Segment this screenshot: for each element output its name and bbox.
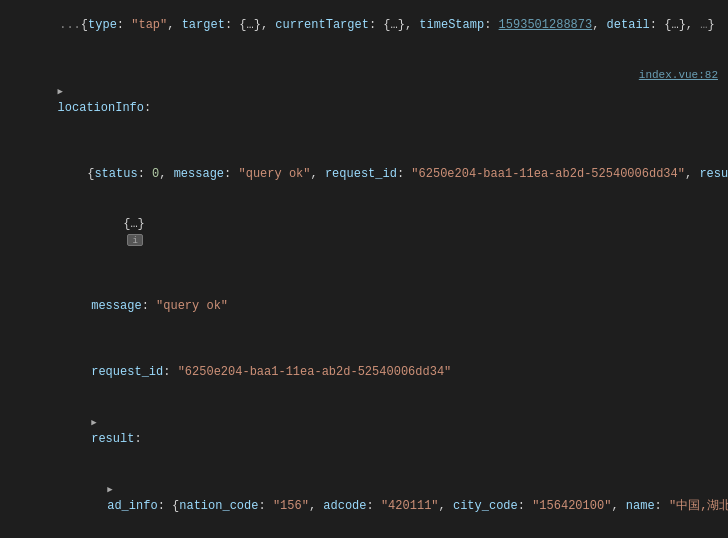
toggle-adinfo[interactable] [107, 481, 119, 498]
line-2: locationInfo: index.vue:82 [0, 50, 728, 149]
line-5: message: "query ok" [0, 265, 728, 331]
line-6: request_id: "6250e204-baa1-11ea-ab2d-525… [0, 331, 728, 397]
line-9: address: "湖北省武汉市洪山区书城路" [0, 531, 728, 538]
line1-content: ...{type: "tap", target: {…}, currentTar… [43, 18, 714, 32]
info-icon: i [127, 234, 143, 246]
line-1: ...{type: "tap", target: {…}, currentTar… [0, 0, 728, 50]
line-4: {…} i [0, 199, 728, 265]
file-ref-2: index.vue:82 [639, 67, 722, 83]
line-8: ad_info: {nation_code: "156", adcode: "4… [0, 464, 728, 531]
line-7: result: [0, 397, 728, 464]
toggle-result[interactable] [91, 414, 103, 431]
toggle-locationinfo[interactable] [58, 83, 70, 100]
console-panel: ...{type: "tap", target: {…}, currentTar… [0, 0, 728, 538]
line-3: {status: 0, message: "query ok", request… [0, 149, 728, 199]
